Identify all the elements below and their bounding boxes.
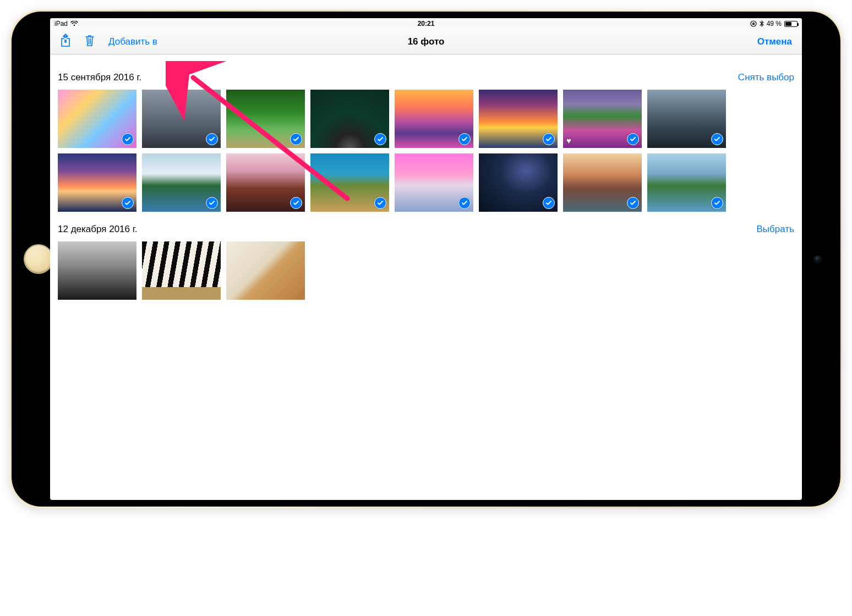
selected-check-icon — [206, 133, 218, 145]
carrier-label: iPad — [54, 20, 68, 28]
section-title: 12 декабря 2016 г. — [58, 224, 138, 235]
toolbar-title: 16 фото — [408, 36, 445, 47]
selected-check-icon — [543, 133, 555, 145]
svg-rect-2 — [64, 38, 67, 40]
section-title: 15 сентября 2016 г. — [58, 72, 141, 83]
photo-thumbnail[interactable] — [395, 90, 473, 148]
battery-percent: 49 % — [767, 20, 782, 28]
section-select-toggle[interactable]: Выбрать — [757, 224, 794, 235]
selected-check-icon — [122, 197, 134, 209]
photo-thumbnail[interactable] — [58, 90, 136, 148]
photo-thumbnail[interactable]: ♥ — [563, 90, 642, 148]
status-bar: iPad 20:21 49 % — [50, 18, 802, 29]
photo-thumbnail[interactable] — [647, 153, 726, 212]
photo-thumbnail[interactable] — [142, 153, 221, 212]
photo-thumbnail[interactable] — [142, 90, 221, 148]
cancel-button[interactable]: Отмена — [757, 36, 792, 47]
selected-check-icon — [711, 133, 723, 145]
section-header: 12 декабря 2016 г.Выбрать — [58, 212, 794, 241]
screen: iPad 20:21 49 % — [50, 18, 802, 500]
section-select-toggle[interactable]: Снять выбор — [738, 72, 794, 83]
share-button[interactable] — [60, 34, 71, 50]
photo-thumbnail[interactable] — [647, 90, 726, 148]
selected-check-icon — [458, 197, 471, 209]
add-to-button[interactable]: Добавить в — [108, 36, 157, 47]
trash-button[interactable] — [84, 34, 95, 50]
photo-thumbnail[interactable] — [58, 153, 136, 212]
toolbar: Добавить в 16 фото Отмена — [50, 29, 802, 54]
photo-thumbnail[interactable] — [479, 90, 558, 148]
rotation-lock-icon — [750, 20, 757, 27]
photo-content[interactable]: 15 сентября 2016 г.Снять выбор♥12 декабр… — [50, 54, 802, 500]
selected-check-icon — [543, 197, 555, 209]
home-button[interactable] — [25, 245, 52, 273]
selected-check-icon — [206, 197, 218, 209]
favorite-icon: ♥ — [566, 136, 571, 145]
selected-check-icon — [290, 133, 302, 145]
selected-check-icon — [627, 133, 639, 145]
battery-icon — [784, 21, 798, 27]
photo-thumbnail[interactable] — [563, 153, 642, 212]
ipad-bezel: iPad 20:21 49 % — [12, 12, 840, 507]
section-header: 15 сентября 2016 г.Снять выбор — [58, 60, 794, 90]
photo-thumbnail[interactable] — [479, 153, 558, 212]
selected-check-icon — [711, 197, 723, 209]
selected-check-icon — [627, 197, 639, 209]
front-camera — [815, 256, 821, 262]
photo-thumbnail[interactable] — [142, 241, 221, 300]
selected-check-icon — [374, 197, 386, 209]
photo-thumbnail[interactable] — [58, 241, 136, 300]
photo-grid: ♥ — [58, 90, 794, 212]
photo-grid — [58, 241, 794, 300]
selected-check-icon — [122, 133, 134, 145]
photo-thumbnail[interactable] — [226, 90, 305, 148]
ipad-frame: iPad 20:21 49 % — [10, 10, 842, 508]
photo-thumbnail[interactable] — [310, 90, 389, 148]
selected-check-icon — [458, 133, 471, 145]
selected-check-icon — [290, 197, 302, 209]
clock: 20:21 — [418, 20, 435, 28]
wifi-icon — [70, 21, 78, 26]
photo-thumbnail[interactable] — [310, 153, 389, 212]
photo-thumbnail[interactable] — [226, 153, 305, 212]
photo-thumbnail[interactable] — [395, 153, 473, 212]
photo-thumbnail[interactable] — [226, 241, 305, 300]
selected-check-icon — [374, 133, 386, 145]
bluetooth-icon — [760, 20, 764, 27]
